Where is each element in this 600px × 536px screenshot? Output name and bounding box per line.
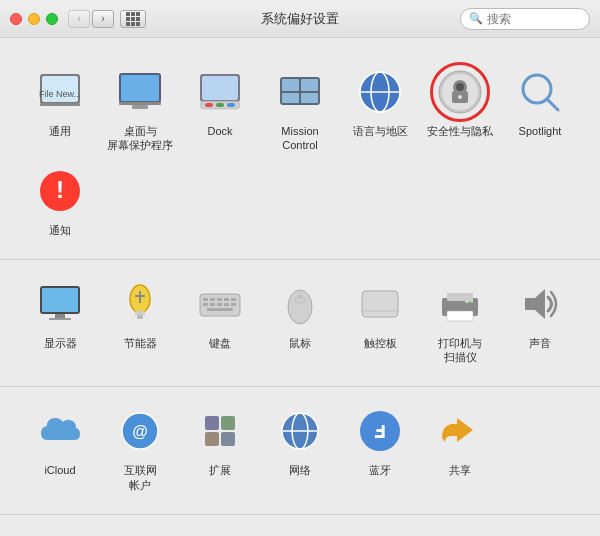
svg-rect-71 [221, 432, 235, 446]
app-item-日期与时间[interactable]: 16JUNE日期与时间 [340, 529, 420, 536]
app-label-通用: 通用 [49, 124, 71, 138]
app-item-蓝牙[interactable]: ⅎ蓝牙 [340, 401, 420, 496]
svg-rect-17 [282, 93, 299, 103]
icon-通用: File New... [34, 66, 86, 118]
app-label-显示器: 显示器 [44, 336, 77, 350]
app-item-用户与群组[interactable]: 用户与群组 [20, 529, 100, 536]
svg-rect-68 [205, 416, 219, 430]
svg-rect-51 [224, 303, 229, 306]
svg-line-30 [547, 99, 558, 110]
svg-rect-18 [301, 93, 318, 103]
app-label-Dock: Dock [207, 124, 232, 138]
svg-rect-45 [217, 298, 222, 301]
app-item-AppStore[interactable]: AApp Store [180, 529, 260, 536]
svg-rect-2 [40, 103, 80, 106]
icon-通知: ! [34, 165, 86, 217]
app-item-键盘[interactable]: 键盘 [180, 274, 260, 369]
minimize-button[interactable] [28, 13, 40, 25]
app-label-Spotlight: Spotlight [519, 124, 562, 138]
preferences-content: File New...通用桌面与 屏幕保护程序DockMission Contr… [0, 38, 600, 536]
icon-Spotlight [514, 66, 566, 118]
app-item-鼠标[interactable]: 鼠标 [260, 274, 340, 369]
close-button[interactable] [10, 13, 22, 25]
app-item-启动磁盘[interactable]: 启动磁盘 [420, 529, 500, 536]
app-item-互联网帐户[interactable]: @互联网 帐户 [100, 401, 180, 496]
app-item-通用[interactable]: File New...通用 [20, 62, 100, 157]
app-item-通知[interactable]: !通知 [20, 161, 100, 241]
back-button[interactable]: ‹ [68, 10, 90, 28]
svg-rect-70 [205, 432, 219, 446]
svg-rect-34 [42, 288, 78, 312]
svg-point-56 [295, 297, 305, 303]
app-item-共享[interactable]: 共享 [420, 401, 500, 496]
svg-rect-53 [207, 308, 233, 311]
grid-view-button[interactable] [120, 10, 146, 28]
app-label-键盘: 键盘 [209, 336, 231, 350]
svg-rect-44 [210, 298, 215, 301]
svg-rect-12 [216, 103, 224, 107]
app-item-TimeMachine[interactable]: Time Machine [500, 529, 580, 536]
app-label-触控板: 触控板 [364, 336, 397, 350]
svg-rect-61 [447, 311, 473, 321]
svg-rect-57 [362, 291, 398, 317]
app-item-触控板[interactable]: 触控板 [340, 274, 420, 369]
app-item-家长控制[interactable]: i家长控制 [100, 529, 180, 536]
app-label-互联网帐户: 互联网 帐户 [124, 463, 157, 492]
app-item-iCloud[interactable]: iCloud [20, 401, 100, 496]
section-section2: 显示器节能器键盘鼠标触控板打印机与 扫描仪声音 [0, 260, 600, 388]
svg-text:@: @ [132, 423, 148, 440]
app-item-语言与地区[interactable]: 语言与地区 [340, 62, 420, 157]
app-label-MissionControl: Mission Control [281, 124, 318, 153]
svg-rect-39 [137, 315, 143, 319]
svg-text:!: ! [56, 176, 64, 203]
icon-共享 [434, 405, 486, 457]
app-item-打印机与扫描仪[interactable]: 打印机与 扫描仪 [420, 274, 500, 369]
svg-text:ⅎ: ⅎ [374, 418, 386, 443]
svg-rect-38 [135, 311, 145, 315]
svg-rect-36 [49, 318, 71, 320]
app-item-安全性与隐私[interactable]: 安全性与隐私 [420, 62, 500, 157]
svg-rect-16 [301, 79, 318, 91]
forward-button[interactable]: › [92, 10, 114, 28]
search-bar[interactable]: 🔍 [460, 8, 590, 30]
app-item-MissionControl[interactable]: Mission Control [260, 62, 340, 157]
app-item-Spotlight[interactable]: Spotlight [500, 62, 580, 157]
icon-显示器 [34, 278, 86, 330]
svg-rect-15 [282, 79, 299, 91]
icon-Dock [194, 66, 246, 118]
svg-rect-9 [202, 76, 238, 100]
svg-rect-60 [447, 293, 473, 301]
svg-rect-43 [203, 298, 208, 301]
app-item-声音[interactable]: 声音 [500, 274, 580, 369]
app-item-听写与语音[interactable]: 听写与语音 [260, 529, 340, 536]
app-item-桌面与屏幕保护程序[interactable]: 桌面与 屏幕保护程序 [100, 62, 180, 157]
icon-触控板 [354, 278, 406, 330]
app-label-桌面与屏幕保护程序: 桌面与 屏幕保护程序 [107, 124, 173, 153]
app-item-Dock[interactable]: Dock [180, 62, 260, 157]
section-section1: File New...通用桌面与 屏幕保护程序DockMission Contr… [0, 48, 600, 260]
app-item-显示器[interactable]: 显示器 [20, 274, 100, 369]
app-label-声音: 声音 [529, 336, 551, 350]
icon-键盘 [194, 278, 246, 330]
icon-桌面与屏幕保护程序 [114, 66, 166, 118]
app-item-扩展[interactable]: 扩展 [180, 401, 260, 496]
maximize-button[interactable] [46, 13, 58, 25]
app-label-通知: 通知 [49, 223, 71, 237]
svg-rect-47 [231, 298, 236, 301]
app-label-iCloud: iCloud [44, 463, 75, 477]
icon-蓝牙: ⅎ [354, 405, 406, 457]
app-item-网络[interactable]: 网络 [260, 401, 340, 496]
app-item-节能器[interactable]: 节能器 [100, 274, 180, 369]
svg-point-28 [458, 95, 462, 99]
icon-声音 [514, 278, 566, 330]
app-label-扩展: 扩展 [209, 463, 231, 477]
svg-rect-6 [119, 102, 161, 105]
svg-marker-64 [525, 289, 545, 319]
search-input[interactable] [487, 12, 581, 26]
svg-rect-69 [221, 416, 235, 430]
svg-text:File New...: File New... [39, 89, 81, 99]
nav-buttons: ‹ › [68, 10, 114, 28]
section-section4: 用户与群组i家长控制AApp Store听写与语音16JUNE日期与时间启动磁盘… [0, 515, 600, 536]
app-label-语言与地区: 语言与地区 [353, 124, 408, 138]
window-title: 系统偏好设置 [261, 10, 339, 28]
